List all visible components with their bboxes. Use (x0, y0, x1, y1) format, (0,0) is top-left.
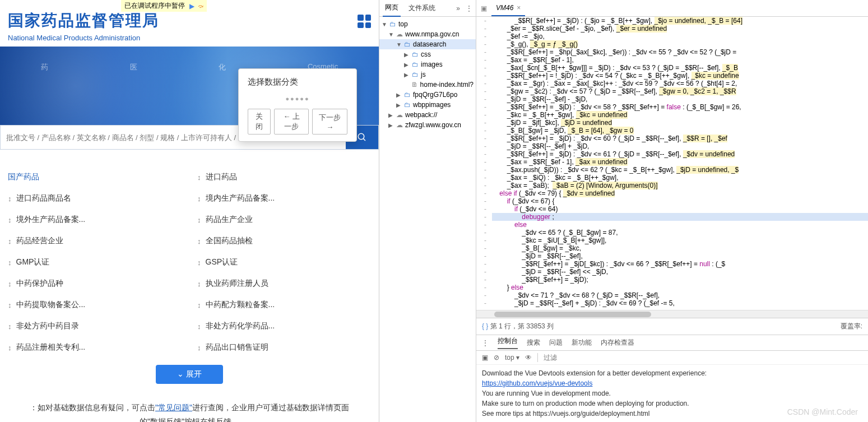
folder-icon: 🗀 (412, 50, 419, 58)
coverage-label: 覆盖率: (841, 322, 862, 331)
tree-item[interactable]: 🗎home-index.html? (379, 80, 476, 90)
sort-icon: ↕ (8, 301, 12, 309)
modal-close-button[interactable]: 关闭 (248, 109, 271, 135)
category-label: 非处方药化学药品... (206, 321, 275, 331)
tree-item[interactable]: ▶🗀images (379, 59, 476, 69)
debug-paused-text: 已在调试程序中暂停 (124, 1, 185, 11)
category-item[interactable]: ↕药品生产企业 (189, 209, 379, 230)
tree-item[interactable]: ▶☁webpack:// (379, 110, 476, 120)
category-item[interactable]: ↕执业药师注册人员 (189, 273, 379, 294)
tree-item[interactable]: ▼☁www.nmpa.gov.cn (379, 29, 476, 39)
category-item[interactable]: 国产药品 (0, 166, 189, 188)
modal-prev-button[interactable]: ← 上一步 (274, 109, 309, 135)
console-link[interactable]: https://github.com/vuejs/vue-devtools (482, 379, 592, 387)
category-label: 进口药品 (206, 172, 237, 182)
category-item[interactable]: ↕非处方药化学药品... (189, 316, 379, 337)
category-item[interactable]: ↕中药配方颗粒备案... (189, 294, 379, 316)
category-item[interactable]: ↕药品出口销售证明 (189, 337, 379, 358)
category-item[interactable]: ↕中药保护品种 (0, 273, 189, 294)
pretty-print-icon[interactable]: { } 第 1 行，第 33853 列 (482, 322, 554, 331)
tree-label: www.nmpa.gov.cn (405, 30, 459, 38)
tree-item[interactable]: ▶🗀css (379, 49, 476, 59)
tree-label: home-index.html? (420, 81, 474, 89)
tree-item[interactable]: ▶🗀wbppimages (379, 100, 476, 110)
category-item[interactable]: ↕药品经营企业 (0, 230, 189, 252)
apps-grid-icon[interactable] (358, 15, 371, 28)
sort-icon: ↕ (8, 344, 12, 352)
debug-paused-banner: 已在调试程序中暂停 ▶ ⤼ (121, 0, 207, 12)
sort-icon: ↕ (197, 280, 201, 288)
category-label: GSP认证 (206, 257, 238, 267)
live-expression-icon[interactable]: 👁 (525, 354, 532, 361)
console-sidebar-icon[interactable]: ▣ (482, 354, 488, 361)
category-item[interactable]: ↕全国药品抽检 (189, 230, 379, 252)
console-message: https://github.com/vuejs/vue-devtools (482, 378, 862, 388)
folder-icon: 🗀 (404, 101, 411, 109)
banner-tab[interactable]: 化 (219, 62, 226, 72)
tree-item[interactable]: ▼🗀datasearch (379, 39, 476, 49)
step-icon[interactable]: ⤼ (198, 2, 203, 10)
sort-icon: ↕ (197, 173, 201, 182)
svg-point-0 (358, 133, 364, 140)
sources-icon: ▣ (481, 4, 487, 12)
tree-item[interactable]: ▶☁zfwzgl.www.gov.cn (379, 120, 476, 130)
category-item[interactable]: ↕非处方药中药目录 (0, 316, 189, 337)
tree-label: top (398, 20, 408, 28)
console-tab[interactable]: 控制台 (498, 336, 518, 349)
code-editor[interactable]: ------------------------------------- _$… (476, 17, 868, 310)
banner-tab[interactable]: 医 (130, 62, 137, 72)
category-item[interactable]: ↕进口药品 (189, 166, 379, 188)
tree-item[interactable]: ▶🗀fpqQrgG7L6po (379, 90, 476, 100)
tree-item[interactable]: ▶🗀js (379, 69, 476, 80)
modal-title: 选择数据分类 (248, 77, 347, 87)
tree-item[interactable]: ▼🗀top (379, 19, 476, 29)
resume-icon[interactable]: ▶ (189, 2, 194, 10)
modal-next-button[interactable]: 下一步 → (312, 109, 347, 135)
category-label: 境内生产药品备案... (206, 193, 275, 203)
sort-icon: ↕ (8, 258, 12, 267)
category-item[interactable]: ↕境外生产药品备案... (0, 209, 189, 230)
console-tab[interactable]: 内存检查器 (601, 338, 634, 347)
category-item[interactable]: ↕GSP认证 (189, 252, 379, 273)
sort-icon: ↕ (197, 258, 201, 267)
tree-label: datasearch (413, 40, 446, 48)
tree-label: zfwzgl.www.gov.cn (405, 121, 461, 129)
tab-filesystem[interactable]: 文件系统 (406, 0, 438, 16)
category-item[interactable]: ↕GMP认证 (0, 252, 189, 273)
close-tab-icon[interactable]: × (517, 4, 521, 12)
file-tab-vm46[interactable]: VM46 × (491, 1, 525, 16)
kebab-menu-icon[interactable]: ⋮ (466, 4, 472, 12)
search-icon (357, 132, 367, 142)
category-item[interactable]: ↕境内生产药品备案... (189, 188, 379, 209)
category-item[interactable]: ↕中药提取物备案公... (0, 294, 189, 316)
category-modal: 选择数据分类 ●●●●● 关闭 ← 上一步 下一步 → (238, 68, 357, 142)
tree-label: css (421, 50, 431, 58)
console-tab[interactable]: 搜索 (527, 338, 540, 347)
console-tab[interactable]: 问题 (549, 338, 563, 347)
category-label: 中药保护品种 (16, 279, 63, 289)
sort-icon: ↕ (8, 322, 12, 331)
sort-icon: ↕ (197, 237, 201, 245)
category-label: 药品注册相关专利... (16, 342, 86, 353)
tree-label: wbppimages (413, 101, 451, 109)
banner-tab[interactable]: 药 (41, 62, 48, 72)
console-tab[interactable]: 新功能 (572, 338, 592, 347)
expand-button[interactable]: ⌄ 展开 (156, 365, 223, 384)
category-item[interactable]: ↕进口药品商品名 (0, 188, 189, 209)
horizontal-scrollbar[interactable] (476, 310, 868, 318)
loading-dots-icon: ●●●●● (248, 95, 347, 102)
faq-link[interactable]: "常见问题" (155, 403, 192, 412)
sort-icon: ↕ (197, 322, 201, 331)
clear-console-icon[interactable]: ⊘ (494, 354, 499, 361)
sort-icon: ↕ (197, 194, 201, 203)
category-item[interactable]: ↕药品注册相关专利... (0, 337, 189, 358)
chevron-right-icon[interactable]: » (456, 4, 460, 12)
tab-page[interactable]: 网页 (383, 0, 401, 17)
category-label: 药品生产企业 (206, 215, 253, 225)
tree-label: js (421, 71, 426, 78)
console-filter-input[interactable] (544, 354, 862, 361)
drawer-menu-icon[interactable]: ⋮ (482, 339, 489, 347)
context-selector[interactable]: top ▾ (505, 354, 519, 361)
sort-icon: ↕ (197, 301, 201, 309)
tip-text: ：如对基础数据信息有疑问，可点击"常见问题"进行查阅，企业用户可通过基础数据详情… (8, 401, 371, 422)
